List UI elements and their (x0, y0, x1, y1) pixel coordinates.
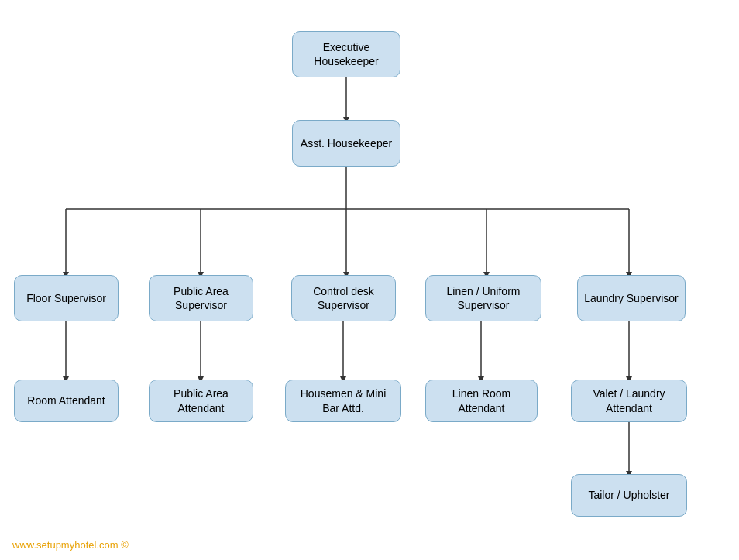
node-housemen-minibar: Housemen & Mini Bar Attd. (285, 380, 401, 422)
node-laundry-supervisor: Laundry Supervisor (577, 275, 686, 321)
node-asst-housekeeper: Asst. Housekeeper (292, 120, 400, 167)
watermark-text: www.setupmyhotel.com © (12, 539, 129, 551)
node-linen-room-attendant: Linen Room Attendant (425, 380, 538, 422)
node-control-desk-supervisor: Control desk Supervisor (291, 275, 396, 321)
node-valet-laundry-attendant: Valet / Laundry Attendant (571, 380, 687, 422)
node-public-area-attendant: Public Area Attendant (149, 380, 253, 422)
org-chart: Executive Housekeeper Asst. Housekeeper … (0, 0, 739, 560)
node-linen-uniform-supervisor: Linen / Uniform Supervisor (425, 275, 541, 321)
node-executive-housekeeper: Executive Housekeeper (292, 31, 400, 77)
node-tailor-upholster: Tailor / Upholster (571, 474, 687, 517)
node-public-area-supervisor: Public Area Supervisor (149, 275, 253, 321)
node-room-attendant: Room Attendant (14, 380, 119, 422)
node-floor-supervisor: Floor Supervisor (14, 275, 119, 321)
